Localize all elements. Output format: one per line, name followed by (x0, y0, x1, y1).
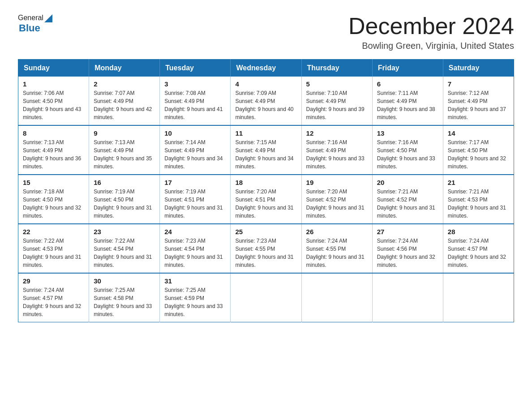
calendar-week-row: 8 Sunrise: 7:13 AMSunset: 4:49 PMDayligh… (18, 125, 514, 175)
weekday-header-wednesday: Wednesday (231, 60, 301, 77)
calendar-cell: 9 Sunrise: 7:13 AMSunset: 4:49 PMDayligh… (89, 125, 160, 175)
day-number: 6 (377, 80, 438, 88)
weekday-header-sunday: Sunday (18, 60, 89, 77)
weekday-header-thursday: Thursday (301, 60, 372, 77)
day-info: Sunrise: 7:21 AMSunset: 4:53 PMDaylight:… (448, 188, 509, 220)
day-info: Sunrise: 7:10 AMSunset: 4:49 PMDaylight:… (306, 89, 368, 121)
day-info: Sunrise: 7:22 AMSunset: 4:54 PMDaylight:… (94, 237, 155, 269)
day-number: 24 (164, 228, 226, 235)
calendar-cell: 18 Sunrise: 7:20 AMSunset: 4:51 PMDaylig… (231, 175, 301, 224)
calendar-cell: 25 Sunrise: 7:23 AMSunset: 4:55 PMDaylig… (231, 224, 301, 273)
logo-blue-text: Blue (19, 22, 40, 34)
calendar-cell: 8 Sunrise: 7:13 AMSunset: 4:49 PMDayligh… (18, 125, 89, 175)
day-info: Sunrise: 7:20 AMSunset: 4:52 PMDaylight:… (306, 188, 368, 220)
calendar-cell: 4 Sunrise: 7:09 AMSunset: 4:49 PMDayligh… (231, 77, 301, 125)
day-number: 18 (235, 179, 296, 186)
day-number: 30 (94, 277, 155, 285)
day-info: Sunrise: 7:24 AMSunset: 4:57 PMDaylight:… (23, 286, 84, 318)
day-info: Sunrise: 7:18 AMSunset: 4:50 PMDaylight:… (23, 188, 84, 220)
calendar-cell: 20 Sunrise: 7:21 AMSunset: 4:52 PMDaylig… (372, 175, 443, 224)
calendar-cell: 3 Sunrise: 7:08 AMSunset: 4:49 PMDayligh… (160, 77, 231, 125)
calendar-cell: 23 Sunrise: 7:22 AMSunset: 4:54 PMDaylig… (89, 224, 160, 273)
calendar-cell: 27 Sunrise: 7:24 AMSunset: 4:56 PMDaylig… (372, 224, 443, 273)
title-area: December 2024 Bowling Green, Virginia, U… (348, 13, 514, 51)
day-number: 13 (377, 129, 438, 137)
day-info: Sunrise: 7:25 AMSunset: 4:58 PMDaylight:… (94, 286, 155, 318)
day-number: 27 (377, 228, 438, 235)
day-info: Sunrise: 7:22 AMSunset: 4:53 PMDaylight:… (23, 237, 84, 269)
calendar-cell: 19 Sunrise: 7:20 AMSunset: 4:52 PMDaylig… (301, 175, 372, 224)
calendar-cell: 16 Sunrise: 7:19 AMSunset: 4:50 PMDaylig… (89, 175, 160, 224)
day-info: Sunrise: 7:13 AMSunset: 4:49 PMDaylight:… (94, 138, 155, 171)
day-number: 26 (306, 228, 368, 235)
weekday-header-row: SundayMondayTuesdayWednesdayThursdayFrid… (18, 60, 514, 77)
day-info: Sunrise: 7:23 AMSunset: 4:55 PMDaylight:… (235, 237, 296, 269)
day-info: Sunrise: 7:19 AMSunset: 4:51 PMDaylight:… (164, 188, 226, 220)
day-info: Sunrise: 7:21 AMSunset: 4:52 PMDaylight:… (377, 188, 438, 220)
calendar-cell: 21 Sunrise: 7:21 AMSunset: 4:53 PMDaylig… (443, 175, 514, 224)
calendar-cell (372, 273, 443, 322)
day-info: Sunrise: 7:07 AMSunset: 4:49 PMDaylight:… (94, 89, 155, 121)
calendar-cell: 5 Sunrise: 7:10 AMSunset: 4:49 PMDayligh… (301, 77, 372, 125)
page-header: General Blue December 2024 Bowling Green… (18, 13, 514, 51)
logo-general-text: General (18, 14, 43, 22)
day-number: 4 (235, 80, 296, 88)
day-number: 5 (306, 80, 368, 88)
day-info: Sunrise: 7:16 AMSunset: 4:50 PMDaylight:… (377, 138, 438, 171)
day-info: Sunrise: 7:19 AMSunset: 4:50 PMDaylight:… (94, 188, 155, 220)
calendar-cell: 1 Sunrise: 7:06 AMSunset: 4:50 PMDayligh… (18, 77, 89, 125)
day-info: Sunrise: 7:24 AMSunset: 4:57 PMDaylight:… (448, 237, 509, 269)
calendar-cell: 6 Sunrise: 7:11 AMSunset: 4:49 PMDayligh… (372, 77, 443, 125)
day-number: 2 (94, 80, 155, 88)
day-number: 31 (164, 277, 226, 285)
day-info: Sunrise: 7:20 AMSunset: 4:51 PMDaylight:… (235, 188, 296, 220)
day-number: 12 (306, 129, 368, 137)
day-number: 22 (23, 228, 84, 235)
calendar-cell: 30 Sunrise: 7:25 AMSunset: 4:58 PMDaylig… (89, 273, 160, 322)
day-number: 1 (23, 80, 84, 88)
calendar-table: SundayMondayTuesdayWednesdayThursdayFrid… (18, 59, 514, 322)
day-info: Sunrise: 7:12 AMSunset: 4:49 PMDaylight:… (448, 89, 509, 121)
day-number: 3 (164, 80, 226, 88)
day-number: 23 (94, 228, 155, 235)
day-info: Sunrise: 7:11 AMSunset: 4:49 PMDaylight:… (377, 89, 438, 121)
day-number: 11 (235, 129, 296, 137)
calendar-week-row: 15 Sunrise: 7:18 AMSunset: 4:50 PMDaylig… (18, 175, 514, 224)
day-number: 29 (23, 277, 84, 285)
day-info: Sunrise: 7:25 AMSunset: 4:59 PMDaylight:… (164, 286, 226, 318)
calendar-week-row: 22 Sunrise: 7:22 AMSunset: 4:53 PMDaylig… (18, 224, 514, 273)
calendar-cell: 28 Sunrise: 7:24 AMSunset: 4:57 PMDaylig… (443, 224, 514, 273)
day-info: Sunrise: 7:14 AMSunset: 4:49 PMDaylight:… (164, 138, 226, 171)
logo-blue-row: Blue (18, 22, 40, 34)
day-info: Sunrise: 7:24 AMSunset: 4:56 PMDaylight:… (377, 237, 438, 269)
weekday-header-tuesday: Tuesday (160, 60, 231, 77)
day-number: 28 (448, 228, 509, 235)
calendar-cell: 10 Sunrise: 7:14 AMSunset: 4:49 PMDaylig… (160, 125, 231, 175)
calendar-cell: 2 Sunrise: 7:07 AMSunset: 4:49 PMDayligh… (89, 77, 160, 125)
calendar-cell: 14 Sunrise: 7:17 AMSunset: 4:50 PMDaylig… (443, 125, 514, 175)
calendar-cell: 24 Sunrise: 7:23 AMSunset: 4:54 PMDaylig… (160, 224, 231, 273)
weekday-header-saturday: Saturday (443, 60, 514, 77)
calendar-week-row: 1 Sunrise: 7:06 AMSunset: 4:50 PMDayligh… (18, 77, 514, 125)
logo-triangle-icon (44, 13, 52, 22)
weekday-header-friday: Friday (372, 60, 443, 77)
logo-area: General Blue (18, 13, 52, 34)
calendar-cell: 13 Sunrise: 7:16 AMSunset: 4:50 PMDaylig… (372, 125, 443, 175)
day-info: Sunrise: 7:09 AMSunset: 4:49 PMDaylight:… (235, 89, 296, 121)
calendar-cell: 26 Sunrise: 7:24 AMSunset: 4:55 PMDaylig… (301, 224, 372, 273)
day-number: 9 (94, 129, 155, 137)
calendar-cell: 29 Sunrise: 7:24 AMSunset: 4:57 PMDaylig… (18, 273, 89, 322)
day-info: Sunrise: 7:13 AMSunset: 4:49 PMDaylight:… (23, 138, 84, 171)
logo: General (18, 13, 52, 22)
day-info: Sunrise: 7:16 AMSunset: 4:49 PMDaylight:… (306, 138, 368, 171)
calendar-cell: 31 Sunrise: 7:25 AMSunset: 4:59 PMDaylig… (160, 273, 231, 322)
day-number: 19 (306, 179, 368, 186)
location-subtitle: Bowling Green, Virginia, United States (348, 41, 514, 51)
day-number: 15 (23, 179, 84, 186)
calendar-cell: 11 Sunrise: 7:15 AMSunset: 4:49 PMDaylig… (231, 125, 301, 175)
calendar-cell: 15 Sunrise: 7:18 AMSunset: 4:50 PMDaylig… (18, 175, 89, 224)
day-number: 7 (448, 80, 509, 88)
svg-marker-0 (44, 14, 52, 22)
day-number: 25 (235, 228, 296, 235)
day-info: Sunrise: 7:23 AMSunset: 4:54 PMDaylight:… (164, 237, 226, 269)
